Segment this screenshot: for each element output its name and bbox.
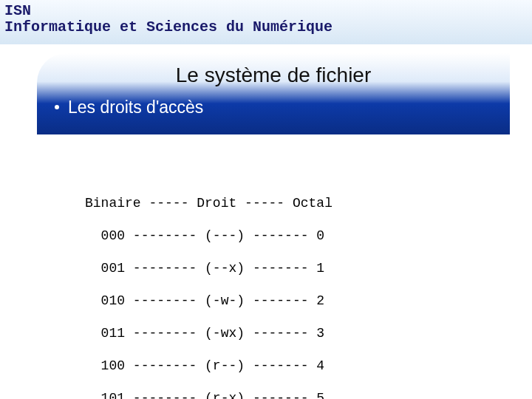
cell-droit: (---) xyxy=(205,228,245,243)
sep: ------- xyxy=(253,261,309,276)
sep: ----- xyxy=(149,196,188,211)
cell-octal: 4 xyxy=(316,358,324,373)
sep: -------- xyxy=(133,391,197,399)
table-row: 101 -------- (r-x) ------- 5 xyxy=(85,390,332,399)
sep: ------- xyxy=(253,358,309,373)
cell-droit: (r-x) xyxy=(205,391,245,399)
isn-block: ISN Informatique et Sciences du Numériqu… xyxy=(4,3,332,35)
sep: ------- xyxy=(253,326,309,341)
col-octal-header: Octal xyxy=(293,196,332,211)
cell-droit: (-w-) xyxy=(205,293,245,308)
table-row: 000 -------- (---) ------- 0 xyxy=(85,228,332,244)
cell-binaire: 101 xyxy=(101,391,125,399)
cell-droit: (-wx) xyxy=(205,326,245,341)
cell-octal: 3 xyxy=(316,326,324,341)
isn-line-1: ISN xyxy=(4,3,332,19)
slide-title: Le système de fichier xyxy=(37,64,510,87)
bullet-icon xyxy=(55,105,59,109)
sep: ------- xyxy=(253,293,309,308)
permissions-table: Binaire ----- Droit ----- Octal 000 ----… xyxy=(85,163,332,399)
cell-droit: (r--) xyxy=(205,358,245,373)
table-row: 010 -------- (-w-) ------- 2 xyxy=(85,293,332,309)
title-block: Le système de fichier Les droits d'accès xyxy=(37,53,510,134)
sep: ------- xyxy=(253,228,309,243)
sep: ------- xyxy=(253,391,309,399)
table-row: 100 -------- (r--) ------- 4 xyxy=(85,358,332,374)
table-row: 011 -------- (-wx) ------- 3 xyxy=(85,325,332,341)
sep: -------- xyxy=(133,358,197,373)
cell-octal: 0 xyxy=(316,228,324,243)
col-binaire-header: Binaire xyxy=(85,196,141,211)
cell-binaire: 100 xyxy=(101,358,125,373)
cell-octal: 5 xyxy=(316,391,324,399)
sep: -------- xyxy=(133,228,197,243)
sep: -------- xyxy=(133,261,197,276)
col-droit-header: Droit xyxy=(197,196,236,211)
header-band: ISN Informatique et Sciences du Numériqu… xyxy=(0,0,532,44)
cell-binaire: 010 xyxy=(101,293,125,308)
slide-subtitle: Les droits d'accès xyxy=(55,98,203,117)
table-row: 001 -------- (--x) ------- 1 xyxy=(85,260,332,276)
subtitle-text: Les droits d'accès xyxy=(68,98,203,117)
table-header-row: Binaire ----- Droit ----- Octal xyxy=(85,195,332,211)
cell-binaire: 011 xyxy=(101,326,125,341)
cell-binaire: 000 xyxy=(101,228,125,243)
slide: ISN Informatique et Sciences du Numériqu… xyxy=(0,0,532,399)
sep: ----- xyxy=(245,196,284,211)
sep: -------- xyxy=(133,293,197,308)
cell-binaire: 001 xyxy=(101,261,125,276)
cell-droit: (--x) xyxy=(205,261,245,276)
cell-octal: 2 xyxy=(316,293,324,308)
sep: -------- xyxy=(133,326,197,341)
cell-octal: 1 xyxy=(316,261,324,276)
isn-line-2: Informatique et Sciences du Numérique xyxy=(4,19,332,35)
